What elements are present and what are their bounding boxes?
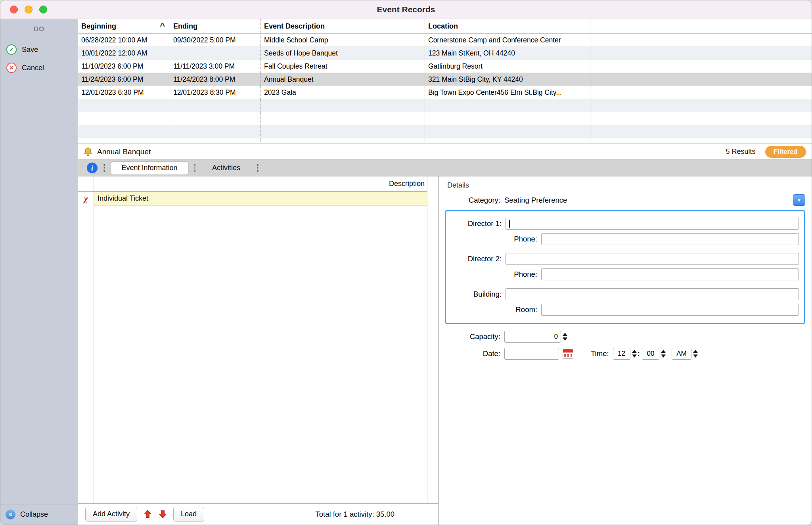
time-ampm-input[interactable] <box>672 348 691 360</box>
column-header-location[interactable]: Location <box>425 19 590 33</box>
activities-list: Description Individual Ticket <box>94 176 427 503</box>
cell-ending[interactable] <box>170 47 261 59</box>
traffic-lights <box>10 0 47 19</box>
time-label: Time: <box>591 349 613 358</box>
filtered-badge[interactable]: Filtered <box>765 146 806 158</box>
cell-ending[interactable]: 11/24/2023 8:00 PM <box>170 73 261 86</box>
director1-input[interactable] <box>506 218 799 230</box>
cell-beginning[interactable]: 06/28/2022 10:00 AM <box>78 34 170 46</box>
building-label: Building: <box>446 290 506 299</box>
activity-list-item[interactable]: Individual Ticket <box>94 192 427 205</box>
cell-location[interactable]: 321 Main StBig City, KY 44240 <box>425 73 590 86</box>
collapse-label: Collapse <box>20 510 48 519</box>
time-hour-stepper[interactable] <box>632 350 637 358</box>
cell-description[interactable]: 2023 Gala <box>261 86 425 99</box>
cell-empty <box>590 47 812 59</box>
cell-description[interactable]: Fall Couples Retreat <box>261 60 425 73</box>
table-row-selected[interactable]: 11/24/2023 6:00 PM 11/24/2023 8:00 PM An… <box>78 73 812 86</box>
drag-handle-icon[interactable] <box>194 164 196 172</box>
sort-ascending-icon[interactable]: ^ <box>160 23 167 30</box>
date-input[interactable] <box>504 348 559 360</box>
cell-empty <box>590 60 812 73</box>
room-label: Room: <box>446 305 541 314</box>
capacity-input[interactable] <box>504 331 561 343</box>
column-header-ending[interactable]: Ending <box>170 19 261 33</box>
time-hour-input[interactable] <box>613 348 630 360</box>
drag-handle-icon[interactable] <box>257 164 259 172</box>
room-input[interactable] <box>541 304 799 316</box>
director1-phone-input[interactable] <box>541 233 799 245</box>
cancel-button[interactable]: × Cancel <box>0 60 78 75</box>
tab-activities[interactable]: Activities <box>201 162 251 174</box>
time-minute-input[interactable] <box>642 348 659 360</box>
cell-description[interactable]: Annual Banquet <box>261 73 425 86</box>
director2-label: Director 2: <box>446 255 506 263</box>
time-minute-stepper[interactable] <box>661 350 666 358</box>
table-row[interactable]: 10/01/2022 12:00 AM Seeds of Hope Banque… <box>78 47 812 60</box>
titlebar: Event Records <box>0 0 812 19</box>
director2-input[interactable] <box>506 253 799 265</box>
load-button[interactable]: Load <box>173 507 204 521</box>
cell-location[interactable]: Big Town Expo Center456 Elm St.Big City.… <box>425 86 590 99</box>
cell-ending[interactable]: 12/01/2023 8:30 PM <box>170 86 261 99</box>
cell-location[interactable]: Gatlinburg Resort <box>425 60 590 73</box>
table-empty-row <box>78 112 812 125</box>
save-check-icon: ✓ <box>6 44 17 55</box>
cell-beginning[interactable]: 12/01/2023 6:30 PM <box>78 86 170 99</box>
director2-phone-input[interactable] <box>541 268 799 280</box>
director2-phone-label: Phone: <box>446 270 541 279</box>
cell-empty <box>590 34 812 46</box>
zoom-window-icon[interactable] <box>39 6 47 13</box>
table-row[interactable]: 12/01/2023 6:30 PM 12/01/2023 8:30 PM 20… <box>78 86 812 99</box>
save-button[interactable]: ✓ Save <box>0 42 78 57</box>
table-row[interactable]: 06/28/2022 10:00 AM 09/30/2022 5:00 PM M… <box>78 34 812 47</box>
collapse-button[interactable]: « Collapse <box>0 504 78 525</box>
activities-panel: χ Description Individual Ticket Add Acti… <box>78 176 439 525</box>
date-label: Date: <box>445 349 504 358</box>
details-panel: Details Category: Seating Preference ▼ D… <box>439 176 812 525</box>
save-label: Save <box>22 46 38 54</box>
cancel-x-icon: × <box>6 63 17 73</box>
column-header-beginning[interactable]: Beginning ^ <box>78 19 170 33</box>
minimize-window-icon[interactable] <box>25 6 33 13</box>
cell-description[interactable]: Seeds of Hope Banquet <box>261 47 425 59</box>
selected-record-bar: Annual Banquet 5 Results Filtered <box>78 144 812 160</box>
move-up-icon[interactable] <box>143 510 152 519</box>
text-cursor <box>509 220 510 228</box>
event-records-table: Beginning ^ Ending Event Description Loc… <box>78 19 812 144</box>
add-activity-button[interactable]: Add Activity <box>85 507 137 521</box>
column-header-label: Beginning <box>81 22 116 31</box>
move-down-icon[interactable] <box>158 510 167 519</box>
table-empty-row <box>78 138 812 144</box>
tab-event-information[interactable]: Event Information <box>111 162 188 174</box>
capacity-stepper[interactable] <box>563 333 567 341</box>
building-input[interactable] <box>506 288 799 300</box>
sidebar: DO ✓ Save × Cancel « Collapse <box>0 19 78 525</box>
calendar-icon[interactable] <box>563 349 573 359</box>
cell-location[interactable]: Cornerstone Camp and Conference Center <box>425 34 590 46</box>
close-window-icon[interactable] <box>10 6 18 13</box>
cell-ending[interactable]: 11/11/2023 3:00 PM <box>170 60 261 73</box>
cell-beginning[interactable]: 10/01/2022 12:00 AM <box>78 47 170 59</box>
column-header-event-description[interactable]: Event Description <box>261 19 425 33</box>
description-column-header: Description <box>94 176 427 192</box>
activities-toolbar: Add Activity Load Total for 1 activity: … <box>78 503 438 525</box>
cell-location[interactable]: 123 Main StKent, OH 44240 <box>425 47 590 59</box>
cell-beginning[interactable]: 11/24/2023 6:00 PM <box>78 73 170 86</box>
time-ampm-stepper[interactable] <box>693 350 698 358</box>
delete-activity-icon[interactable]: χ <box>84 194 88 203</box>
table-row[interactable]: 11/10/2023 6:00 PM 11/11/2023 3:00 PM Fa… <box>78 60 812 73</box>
cancel-label: Cancel <box>22 64 44 72</box>
drag-handle-icon[interactable] <box>103 164 105 172</box>
cell-ending[interactable]: 09/30/2022 5:00 PM <box>170 34 261 46</box>
activity-row-gutter: χ <box>78 176 94 503</box>
cell-beginning[interactable]: 11/10/2023 6:00 PM <box>78 60 170 73</box>
cell-description[interactable]: Middle School Camp <box>261 34 425 46</box>
activities-total: Total for 1 activity: 35.00 <box>316 510 395 519</box>
cell-empty <box>590 73 812 86</box>
column-header-empty <box>590 19 812 33</box>
info-icon[interactable]: i <box>87 163 98 173</box>
category-dropdown-button[interactable]: ▼ <box>793 194 805 206</box>
window-title: Event Records <box>377 5 435 14</box>
details-title: Details <box>447 181 806 190</box>
